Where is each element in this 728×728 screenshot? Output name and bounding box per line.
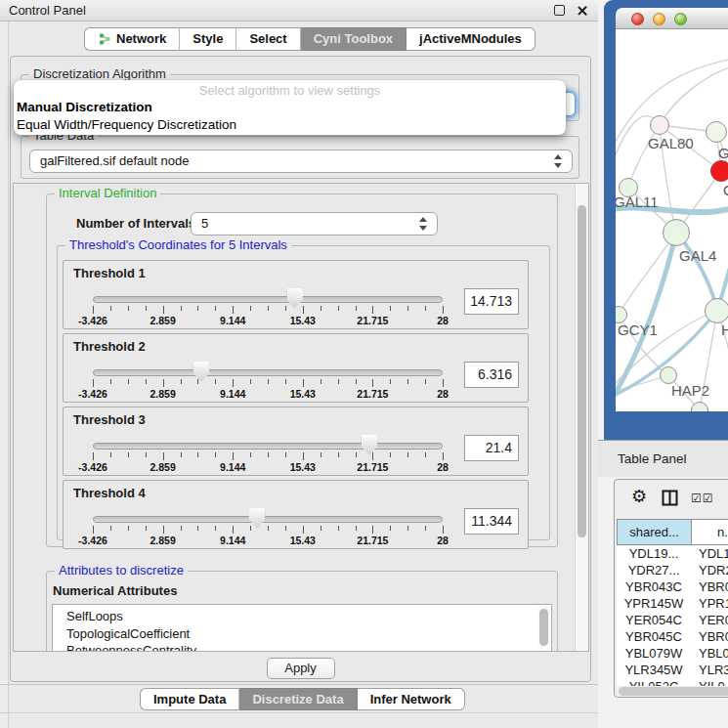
checkbox-pair-icon[interactable]: ☑☑ [691,492,714,505]
algorithm-option-manual[interactable]: Manual Discretization [14,99,566,116]
zoom-traffic-light-icon[interactable] [674,13,687,25]
table-cell-shared-name[interactable]: YPR145W [617,595,691,612]
table-cell-shared-name[interactable]: YER054C [617,612,691,628]
number-of-intervals-combobox[interactable]: 5 [191,212,438,236]
discretization-algorithm-group-label: Discretization Algorithm [29,66,170,81]
tick-mark [181,306,182,311]
network-window[interactable]: GAL80 GA C GAL11 GAL4 GCY1 H HAP2 [604,0,728,440]
table-cell-shared-name[interactable]: YBR045C [617,628,691,645]
tick-label: 28 [437,535,449,546]
tick-mark [303,379,304,387]
apply-button[interactable]: Apply [267,658,335,679]
node-label: HAP2 [671,382,709,399]
tab-discretize-data[interactable]: Discretize Data [239,688,357,710]
tick-label: -3.426 [78,535,107,546]
tick-label: 9.144 [220,388,245,400]
table-row[interactable]: YPR145WYPR1 [617,595,728,612]
table-row[interactable]: YBR043CYBR0 [617,578,728,595]
table-data-combobox[interactable]: galFiltered.sif default node [29,150,573,173]
threshold-4-slider-track[interactable] [93,516,443,523]
minimize-traffic-light-icon[interactable] [653,13,665,25]
close-traffic-light-icon[interactable] [631,13,644,25]
table-row[interactable]: YDR27...YDR2 [617,562,728,578]
table-cell-name[interactable]: YER0 [691,612,728,628]
table-cell-name[interactable]: YBR0 [691,578,728,595]
tick-mark [93,526,94,534]
table-cell-name[interactable]: YDR2 [691,562,728,578]
attribute-list-item[interactable]: BetweennessCentrality [66,642,551,652]
table-row[interactable]: YLR345WYLR3 [617,662,728,678]
tab-jactivemnodules[interactable]: jActiveMNodules [407,27,535,51]
table-cell-name[interactable]: YBL0 [691,645,728,662]
column-header-name[interactable]: n... [691,519,728,545]
tick-mark [110,526,111,531]
threshold-1-value-field[interactable]: 14.713 [464,288,519,315]
tick-label: 28 [437,388,449,400]
table-cell-shared-name[interactable]: YBR043C [617,578,691,595]
divider [0,684,598,685]
attributes-scrollbar[interactable] [537,606,550,650]
thresholds-group-label: Threshold's Coordinates for 5 Intervals [65,237,291,252]
screen: Control Panel Network Style Select Cyni … [0,0,728,728]
tick-mark [425,379,426,384]
network-canvas[interactable]: GAL80 GA C GAL11 GAL4 GCY1 H HAP2 [616,29,728,411]
tick-mark [321,306,321,311]
table-cell-name[interactable]: YPR1 [691,595,728,612]
column-header-shared[interactable]: shared... [617,519,691,545]
scrollbar-thumb[interactable] [619,687,728,696]
threshold-2-value-field[interactable]: 6.316 [464,362,519,388]
threshold-3-slider-track[interactable] [93,443,443,450]
algorithm-option-equal-width[interactable]: Equal Width/Frequency Discretization [14,116,566,134]
table-row[interactable]: YDL19...YDL1 [617,545,728,562]
table-cell-shared-name[interactable]: YLR345W [617,662,691,678]
tab-style[interactable]: Style [180,27,236,51]
table-row[interactable]: YER054CYER0 [617,612,728,628]
table-horizontal-scrollbar[interactable] [617,686,728,697]
control-panel: Control Panel Network Style Select Cyni … [0,0,598,728]
tick-mark [250,306,251,311]
network-window-titlebar[interactable] [616,8,728,29]
threshold-1-slider-track[interactable] [93,296,443,303]
table-cell-name[interactable]: YDL1 [691,545,728,562]
gear-icon[interactable]: ⚙ [631,488,647,505]
tab-select-label: Select [249,28,286,50]
table-row[interactable]: YBR045CYBR0 [617,628,728,645]
node-h[interactable] [705,298,728,323]
tab-network[interactable]: Network [84,27,180,51]
tick-mark [268,306,269,311]
tab-infer-network[interactable]: Infer Network [358,688,465,710]
tick-mark [250,526,251,531]
node-red-selected[interactable] [710,160,728,182]
node-gal80[interactable] [650,115,669,135]
table-cell-shared-name[interactable]: YBL079W [617,645,691,662]
table-cell-shared-name[interactable]: YDR27... [617,562,691,578]
attribute-list-item[interactable]: TopologicalCoefficient [66,625,551,643]
tick-mark [303,452,304,460]
attribute-list-item[interactable]: SelfLoops [66,608,551,625]
table-cell-shared-name[interactable]: YDL19... [617,545,691,562]
tick-mark [425,306,426,311]
split-columns-icon[interactable] [662,490,678,506]
tick-mark [285,452,286,457]
tab-impute-data[interactable]: Impute Data [140,688,239,710]
close-icon[interactable] [577,5,588,17]
threshold-2-slider-track[interactable] [93,369,443,376]
tick-mark [321,379,321,384]
node-gal4[interactable] [663,219,690,246]
tab-cyni-toolbox[interactable]: Cyni Toolbox [301,27,407,51]
numerical-attributes-list[interactable]: SelfLoopsTopologicalCoefficientBetweenne… [52,604,552,652]
table-cell-name[interactable]: YBR0 [691,628,728,645]
settings-vertical-scrollbar[interactable] [575,184,588,651]
threshold-3-value-field[interactable]: 21.4 [464,435,519,461]
float-window-icon[interactable] [554,5,565,16]
tick-mark [407,452,408,457]
settings-scrollpane: Interval Definition Number of Intervals … [13,183,589,652]
table-cell-name[interactable]: YLR3 [691,662,728,678]
table-row[interactable]: YBL079WYBL0 [617,645,728,662]
node-ga[interactable] [706,121,727,143]
tab-select[interactable]: Select [236,27,300,51]
scrollbar-thumb[interactable] [578,205,586,537]
tick-mark [128,526,129,531]
threshold-4-value-field[interactable]: 11.344 [464,508,519,535]
algorithm-dropdown-hint: Select algorithm to view settings [14,82,566,99]
